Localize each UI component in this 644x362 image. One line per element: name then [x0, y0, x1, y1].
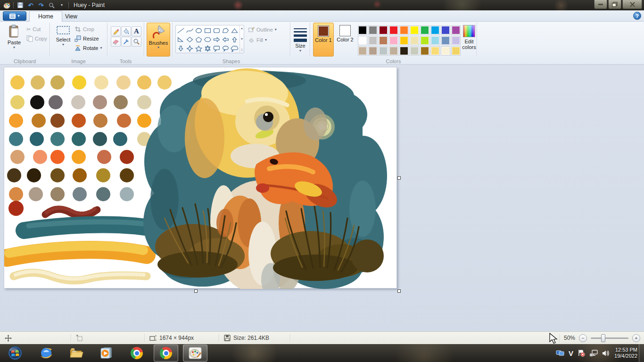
- shape-pentagon-icon[interactable]: [194, 35, 203, 44]
- v-icon[interactable]: V: [569, 349, 573, 357]
- palette-swatch-2-2[interactable]: [379, 46, 388, 56]
- magnifier-tool[interactable]: [132, 37, 141, 47]
- palette-swatch-0-4[interactable]: [399, 25, 409, 35]
- palette-swatch-1-6[interactable]: [420, 36, 429, 45]
- color1-button[interactable]: Color 1: [313, 23, 334, 57]
- size-button[interactable]: Size ▾: [291, 23, 309, 57]
- shape-arrow-up-icon[interactable]: [230, 35, 239, 44]
- select-button[interactable]: Select ▾: [53, 23, 74, 56]
- start-button[interactable]: [3, 345, 27, 362]
- palette-swatch-2-6[interactable]: [420, 46, 429, 56]
- pencil-tool[interactable]: [111, 26, 121, 36]
- zoom-out-button[interactable]: −: [579, 334, 587, 342]
- shape-star-5-icon[interactable]: [194, 44, 203, 53]
- palette-swatch-2-0[interactable]: [358, 46, 367, 56]
- shape-triangle-icon[interactable]: [230, 26, 239, 35]
- shape-rounded-rectangle-icon[interactable]: [212, 26, 221, 35]
- save-icon[interactable]: [17, 1, 24, 9]
- chrome-window-button[interactable]: [154, 345, 178, 362]
- palette-swatch-1-1[interactable]: [368, 36, 378, 45]
- help-button[interactable]: ?: [633, 12, 641, 20]
- palette-swatch-1-3[interactable]: [389, 36, 398, 45]
- restore-button[interactable]: [608, 0, 621, 9]
- palette-swatch-1-4[interactable]: [399, 36, 409, 45]
- show-desktop-button[interactable]: [639, 344, 644, 362]
- shape-callout-rounded-icon[interactable]: [212, 44, 221, 53]
- shape-rectangle-icon[interactable]: [203, 26, 212, 35]
- palette-swatch-1-8[interactable]: [441, 36, 450, 45]
- tab-view[interactable]: View: [57, 11, 86, 22]
- media-player-button[interactable]: [94, 345, 119, 362]
- shape-ellipse-icon[interactable]: [194, 26, 203, 35]
- palette-swatch-0-5[interactable]: [410, 25, 419, 35]
- copy-button[interactable]: Copy: [26, 34, 47, 43]
- palette-swatch-1-2[interactable]: [379, 36, 388, 45]
- shape-star-4-icon[interactable]: [185, 44, 194, 53]
- palette-swatch-1-0[interactable]: [358, 36, 367, 45]
- resize-button[interactable]: Resize: [74, 34, 102, 43]
- palette-swatch-0-2[interactable]: [379, 25, 388, 35]
- volume-icon[interactable]: [602, 350, 610, 357]
- shape-arrow-down-icon[interactable]: [176, 44, 185, 53]
- palette-swatch-1-9[interactable]: [451, 36, 461, 45]
- chrome-button[interactable]: [124, 345, 149, 362]
- clock[interactable]: 12:53 PM 19/4/2022: [614, 347, 637, 359]
- palette-swatch-2-8[interactable]: [441, 46, 450, 56]
- palette-swatch-2-4[interactable]: [399, 46, 409, 56]
- customize-quick-access-dropdown[interactable]: ▾: [58, 1, 66, 9]
- shape-line-icon[interactable]: [176, 26, 185, 35]
- minimize-button[interactable]: [594, 0, 607, 9]
- paint-canvas[interactable]: [4, 67, 397, 288]
- paint-menu-button[interactable]: ▾: [3, 11, 26, 21]
- palette-swatch-2-5[interactable]: [410, 46, 419, 56]
- palette-swatch-1-5[interactable]: [410, 36, 419, 45]
- network-icon[interactable]: [589, 350, 598, 357]
- shape-polygon-icon[interactable]: [221, 26, 230, 35]
- internet-explorer-button[interactable]: [34, 345, 58, 362]
- shape-arrow-right-icon[interactable]: [212, 35, 221, 44]
- shape-curve-icon[interactable]: [185, 26, 194, 35]
- fill-button[interactable]: Fill▾: [248, 37, 277, 43]
- palette-swatch-2-7[interactable]: [430, 46, 440, 56]
- palette-swatch-0-1[interactable]: [368, 25, 378, 35]
- palette-swatch-0-7[interactable]: [430, 25, 440, 35]
- magnifier-icon[interactable]: [48, 1, 55, 9]
- palette-swatch-1-7[interactable]: [430, 36, 440, 45]
- resize-handle-right[interactable]: [397, 176, 401, 180]
- redo-icon[interactable]: ↷: [37, 1, 45, 9]
- brushes-button[interactable]: Brushes ▾: [147, 23, 170, 57]
- paint-window-button[interactable]: [183, 345, 207, 362]
- crop-button[interactable]: Crop: [74, 25, 102, 34]
- shape-callout-oval-icon[interactable]: [221, 44, 230, 53]
- outline-button[interactable]: Outline▾: [248, 26, 277, 33]
- cut-button[interactable]: ✂ Cut: [26, 25, 47, 34]
- zoom-in-button[interactable]: +: [632, 334, 640, 342]
- undo-icon[interactable]: ↶: [27, 1, 34, 9]
- shape-callout-cloud-icon[interactable]: [230, 44, 239, 53]
- color2-button[interactable]: Color 2: [335, 23, 355, 57]
- display-icon[interactable]: [556, 350, 564, 356]
- palette-swatch-0-3[interactable]: [389, 25, 398, 35]
- palette-swatch-2-1[interactable]: [368, 46, 378, 56]
- palette-swatch-0-9[interactable]: [451, 25, 461, 35]
- shapes-scrollbar[interactable]: ▲▼⍗: [239, 25, 244, 53]
- rotate-button[interactable]: Rotate ▾: [74, 43, 102, 53]
- resize-handle-bottom[interactable]: [194, 289, 198, 293]
- fill-bucket-tool[interactable]: [121, 26, 131, 36]
- resize-handle-corner[interactable]: [397, 289, 401, 293]
- palette-swatch-2-9[interactable]: [451, 46, 461, 56]
- zoom-slider-thumb[interactable]: [601, 334, 605, 342]
- edit-colors-button[interactable]: Edit colors: [462, 24, 476, 57]
- shape-diamond-icon[interactable]: [185, 35, 194, 44]
- shape-arrow-left-icon[interactable]: [221, 35, 230, 44]
- paste-button[interactable]: Paste ▾: [4, 23, 25, 56]
- palette-swatch-0-0[interactable]: [358, 25, 367, 35]
- palette-swatch-2-3[interactable]: [389, 46, 398, 56]
- text-tool[interactable]: A: [132, 26, 141, 36]
- shape-star-6-icon[interactable]: [203, 44, 212, 53]
- zoom-slider[interactable]: [591, 337, 628, 339]
- palette-swatch-0-8[interactable]: [441, 25, 450, 35]
- shape-right-triangle-icon[interactable]: [176, 35, 185, 44]
- windows-explorer-button[interactable]: [64, 345, 89, 362]
- shape-hexagon-icon[interactable]: [203, 35, 212, 44]
